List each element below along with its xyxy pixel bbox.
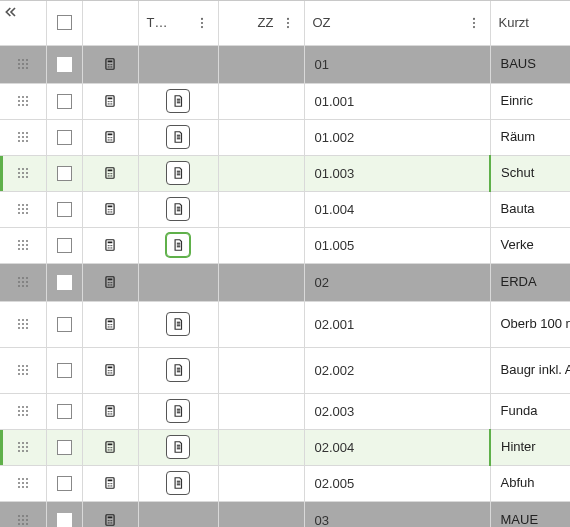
- row-checkbox[interactable]: [57, 130, 72, 145]
- calculator-icon[interactable]: [103, 439, 117, 455]
- drag-handle-icon[interactable]: [17, 203, 29, 215]
- column-oz-menu[interactable]: [466, 15, 482, 31]
- column-zz[interactable]: ZZ: [218, 1, 304, 45]
- row-checkbox[interactable]: [57, 404, 72, 419]
- drag-handle-icon[interactable]: [17, 364, 29, 376]
- drag-handle-icon[interactable]: [17, 318, 29, 330]
- row-checkbox[interactable]: [57, 57, 72, 72]
- column-t[interactable]: T…: [138, 1, 218, 45]
- oz-value: 03: [315, 513, 329, 528]
- table-row[interactable]: 02.003Funda: [0, 393, 570, 429]
- svg-point-71: [108, 173, 109, 174]
- calculator-icon[interactable]: [103, 316, 117, 332]
- calculator-icon[interactable]: [103, 403, 117, 419]
- svg-point-17: [26, 67, 28, 69]
- svg-rect-155: [108, 367, 113, 369]
- column-oz[interactable]: OZ: [304, 1, 490, 45]
- row-checkbox[interactable]: [57, 440, 72, 455]
- calculator-icon[interactable]: [103, 165, 117, 181]
- table-row[interactable]: 02.005Abfuh: [0, 465, 570, 501]
- table-row[interactable]: 02.001Oberb 100 m: [0, 301, 570, 347]
- row-checkbox[interactable]: [57, 94, 72, 109]
- svg-point-59: [111, 139, 112, 140]
- svg-point-211: [109, 485, 110, 486]
- svg-point-150: [26, 369, 28, 371]
- longtext-icon[interactable]: [166, 197, 190, 221]
- longtext-icon[interactable]: [166, 233, 190, 257]
- calculator-icon[interactable]: [103, 56, 117, 72]
- calculator-icon[interactable]: [103, 93, 117, 109]
- svg-point-46: [18, 136, 20, 138]
- svg-point-204: [26, 486, 28, 488]
- table-row[interactable]: 02.004Hinter: [0, 429, 570, 465]
- table-row[interactable]: 01.005Verke: [0, 227, 570, 263]
- table-row[interactable]: 02.002Baugr inkl. A: [0, 347, 570, 393]
- drag-handle-icon[interactable]: [17, 239, 29, 251]
- svg-point-101: [22, 248, 24, 250]
- collapse-panel-button[interactable]: [2, 3, 20, 21]
- row-checkbox[interactable]: [57, 476, 72, 491]
- calculator-icon[interactable]: [103, 201, 117, 217]
- longtext-icon[interactable]: [166, 161, 190, 185]
- row-checkbox[interactable]: [57, 513, 72, 528]
- svg-point-226: [111, 520, 112, 521]
- table-group-row[interactable]: 01BAUS: [0, 45, 570, 83]
- drag-handle-icon[interactable]: [17, 95, 29, 107]
- drag-handle-icon[interactable]: [17, 167, 29, 179]
- calculator-icon[interactable]: [103, 362, 117, 378]
- row-checkbox[interactable]: [57, 166, 72, 181]
- row-checkbox[interactable]: [57, 275, 72, 290]
- svg-point-50: [22, 140, 24, 142]
- row-checkbox[interactable]: [57, 202, 72, 217]
- drag-handle-icon[interactable]: [17, 405, 29, 417]
- svg-point-20: [108, 64, 109, 65]
- calculator-icon[interactable]: [103, 274, 117, 290]
- drag-handle-icon[interactable]: [17, 276, 29, 288]
- calculator-icon[interactable]: [103, 475, 117, 491]
- svg-point-130: [26, 319, 28, 321]
- svg-point-88: [108, 209, 109, 210]
- svg-point-129: [22, 319, 24, 321]
- table-row[interactable]: 01.003Schut: [0, 155, 570, 191]
- calculator-icon[interactable]: [103, 512, 117, 527]
- svg-point-217: [22, 519, 24, 521]
- drag-handle-icon[interactable]: [17, 441, 29, 453]
- longtext-icon[interactable]: [166, 89, 190, 113]
- drag-handle-icon[interactable]: [17, 514, 29, 526]
- column-t-menu[interactable]: [194, 15, 210, 31]
- longtext-icon[interactable]: [166, 435, 190, 459]
- svg-point-224: [108, 520, 109, 521]
- table-row[interactable]: 01.001Einric: [0, 83, 570, 119]
- longtext-icon[interactable]: [166, 312, 190, 336]
- table-group-row[interactable]: 03MAUE: [0, 501, 570, 527]
- svg-point-117: [18, 285, 20, 287]
- svg-point-190: [108, 447, 109, 448]
- select-all-checkbox[interactable]: [57, 15, 72, 30]
- svg-rect-70: [108, 170, 113, 172]
- svg-point-194: [109, 449, 110, 450]
- longtext-icon[interactable]: [166, 399, 190, 423]
- drag-handle-icon[interactable]: [17, 131, 29, 143]
- row-checkbox[interactable]: [57, 317, 72, 332]
- svg-point-176: [108, 413, 109, 414]
- svg-point-164: [26, 406, 28, 408]
- svg-point-193: [108, 449, 109, 450]
- longtext-icon[interactable]: [166, 358, 190, 382]
- drag-handle-icon[interactable]: [17, 58, 29, 70]
- table-group-row[interactable]: 02ERDA: [0, 263, 570, 301]
- svg-point-29: [18, 100, 20, 102]
- row-checkbox[interactable]: [57, 238, 72, 253]
- calculator-icon[interactable]: [103, 237, 117, 253]
- svg-point-140: [109, 324, 110, 325]
- table-row[interactable]: 01.004Bauta: [0, 191, 570, 227]
- longtext-icon[interactable]: [166, 125, 190, 149]
- svg-point-27: [22, 96, 24, 98]
- column-kurztext[interactable]: Kurzt: [490, 1, 570, 45]
- table-row[interactable]: 01.002Räum: [0, 119, 570, 155]
- column-zz-menu[interactable]: [280, 15, 296, 31]
- row-checkbox[interactable]: [57, 363, 72, 378]
- longtext-icon[interactable]: [166, 471, 190, 495]
- svg-point-213: [18, 515, 20, 517]
- drag-handle-icon[interactable]: [17, 477, 29, 489]
- calculator-icon[interactable]: [103, 129, 117, 145]
